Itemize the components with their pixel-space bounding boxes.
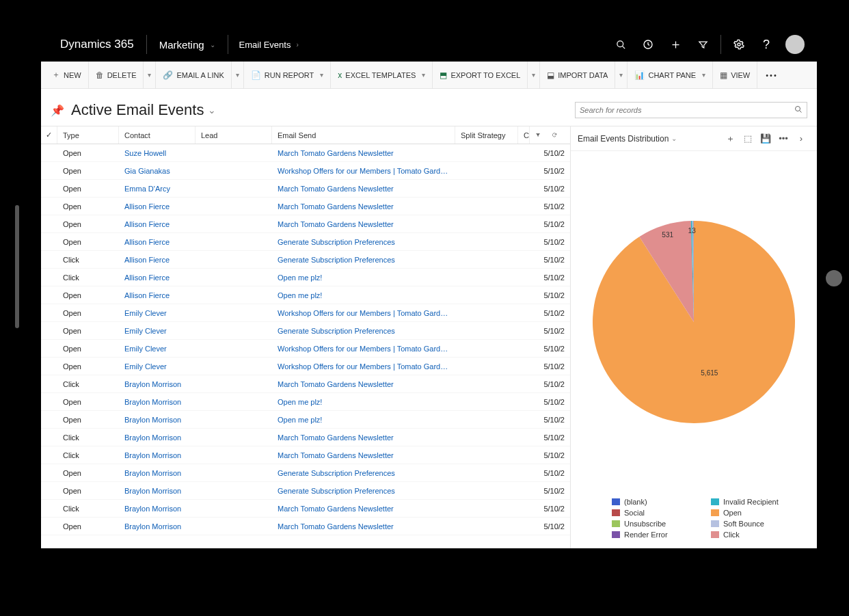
legend-item[interactable]: Open: [711, 509, 796, 517]
product-logo[interactable]: Dynamics 365: [48, 38, 146, 51]
cell-email-send[interactable]: Generate Subscription Preferences: [272, 256, 455, 264]
col-c[interactable]: C: [518, 126, 530, 144]
legend-item[interactable]: Unsubscribe: [612, 520, 697, 528]
cell-contact[interactable]: Emily Clever: [119, 362, 196, 371]
breadcrumb[interactable]: Email Events ›: [228, 40, 310, 50]
cell-email-send[interactable]: Generate Subscription Preferences: [272, 487, 455, 495]
legend-item[interactable]: Click: [711, 531, 796, 539]
col-type[interactable]: Type: [57, 126, 119, 144]
cell-contact[interactable]: Braylon Morrison: [119, 522, 196, 531]
cell-email-send[interactable]: March Tomato Gardens Newsletter: [272, 433, 455, 442]
cell-email-send[interactable]: March Tomato Gardens Newsletter: [272, 149, 455, 157]
chart-title-selector[interactable]: Email Events Distribution ⌄: [578, 134, 721, 144]
cell-email-send[interactable]: Generate Subscription Preferences: [272, 469, 455, 477]
cell-email-send[interactable]: Open me plz!: [272, 398, 455, 406]
filter-icon[interactable]: [530, 126, 546, 144]
view-button[interactable]: ▦VIEW: [713, 62, 757, 88]
refresh-icon[interactable]: [546, 126, 563, 144]
pin-icon[interactable]: 📌: [51, 104, 64, 117]
table-row[interactable]: OpenEmily CleverWorkshop Offers for our …: [41, 340, 570, 358]
cell-contact[interactable]: Emily Clever: [119, 309, 196, 317]
filter-icon[interactable]: [689, 31, 716, 58]
col-lead[interactable]: Lead: [196, 126, 272, 144]
col-email-send[interactable]: Email Send: [272, 126, 455, 144]
excel-templates-button[interactable]: xEXCEL TEMPLATES▾: [331, 62, 433, 88]
help-icon[interactable]: ?: [753, 31, 780, 58]
select-all[interactable]: ✓: [41, 126, 57, 144]
run-report-button[interactable]: 📄RUN REPORT▾: [244, 62, 332, 88]
table-row[interactable]: ClickBraylon MorrisonMarch Tomato Garden…: [41, 500, 570, 518]
legend-item[interactable]: Render Error: [612, 531, 697, 539]
cell-contact[interactable]: Emma D'Arcy: [119, 185, 196, 193]
cell-email-send[interactable]: March Tomato Gardens Newsletter: [272, 380, 455, 388]
cell-contact[interactable]: Allison Fierce: [119, 256, 196, 264]
save-chart-icon[interactable]: 💾: [757, 133, 774, 144]
table-row[interactable]: OpenBraylon MorrisonOpen me plz!5/10/2: [41, 411, 570, 429]
table-row[interactable]: OpenBraylon MorrisonGenerate Subscriptio…: [41, 464, 570, 482]
cell-contact[interactable]: Allison Fierce: [119, 220, 196, 228]
legend-item[interactable]: Invalid Recipient: [711, 498, 796, 506]
legend-item[interactable]: Social: [612, 509, 697, 517]
cell-contact[interactable]: Suze Howell: [119, 149, 196, 157]
collapse-chart-icon[interactable]: ›: [792, 133, 810, 144]
cell-email-send[interactable]: March Tomato Gardens Newsletter: [272, 505, 455, 513]
settings-icon[interactable]: [725, 31, 753, 58]
cell-email-send[interactable]: Workshop Offers for our Members | Tomato…: [272, 309, 455, 317]
table-row[interactable]: OpenAllison FierceMarch Tomato Gardens N…: [41, 198, 570, 215]
search-icon[interactable]: [794, 105, 803, 115]
table-row[interactable]: ClickAllison FierceOpen me plz!5/10/2: [41, 269, 570, 286]
cell-email-send[interactable]: Generate Subscription Preferences: [272, 238, 455, 246]
cell-contact[interactable]: Emily Clever: [119, 327, 196, 335]
col-contact[interactable]: Contact: [119, 126, 196, 144]
legend-item[interactable]: Soft Bounce: [711, 520, 796, 528]
import-data-dropdown[interactable]: ▾: [615, 62, 628, 88]
add-icon[interactable]: [662, 31, 689, 58]
cell-email-send[interactable]: Generate Subscription Preferences: [272, 327, 455, 335]
cell-email-send[interactable]: Workshop Offers for our Members | Tomato…: [272, 345, 455, 353]
table-row[interactable]: OpenBraylon MorrisonOpen me plz!5/10/2: [41, 393, 570, 411]
view-selector[interactable]: Active Email Events ⌄: [71, 101, 216, 119]
grid-body[interactable]: OpenSuze HowellMarch Tomato Gardens News…: [41, 144, 570, 548]
recent-icon[interactable]: [634, 31, 662, 58]
table-row[interactable]: OpenAllison FierceMarch Tomato Gardens N…: [41, 215, 570, 233]
cell-contact[interactable]: Braylon Morrison: [119, 487, 196, 495]
right-drag-handle[interactable]: [826, 270, 842, 286]
cell-email-send[interactable]: March Tomato Gardens Newsletter: [272, 220, 455, 228]
chart-pane-button[interactable]: 📊CHART PANE▾: [628, 62, 713, 88]
more-commands[interactable]: •••: [757, 71, 786, 79]
cell-contact[interactable]: Braylon Morrison: [119, 416, 196, 424]
email-link-dropdown[interactable]: ▾: [232, 62, 244, 88]
more-chart-icon[interactable]: •••: [774, 133, 792, 144]
cell-contact[interactable]: Braylon Morrison: [119, 469, 196, 477]
cell-contact[interactable]: Allison Fierce: [119, 273, 196, 282]
cell-contact[interactable]: Braylon Morrison: [119, 451, 196, 459]
cell-email-send[interactable]: Open me plz!: [272, 291, 455, 299]
table-row[interactable]: OpenEmily CleverGenerate Subscription Pr…: [41, 322, 570, 340]
table-row[interactable]: OpenGia GianakasWorkshop Offers for our …: [41, 162, 570, 180]
cell-contact[interactable]: Emily Clever: [119, 345, 196, 353]
left-drag-handle[interactable]: [15, 205, 19, 328]
cell-email-send[interactable]: March Tomato Gardens Newsletter: [272, 185, 455, 193]
expand-chart-icon[interactable]: ⬚: [739, 133, 757, 144]
export-excel-dropdown[interactable]: ▾: [528, 62, 540, 88]
import-data-button[interactable]: ⬓IMPORT DATA: [540, 62, 615, 88]
table-row[interactable]: OpenAllison FierceOpen me plz!5/10/2: [41, 286, 570, 304]
cell-email-send[interactable]: Workshop Offers for our Members | Tomato…: [272, 362, 455, 371]
new-button[interactable]: ＋NEW: [45, 62, 89, 88]
delete-dropdown[interactable]: ▾: [144, 62, 156, 88]
table-row[interactable]: OpenBraylon MorrisonMarch Tomato Gardens…: [41, 518, 570, 535]
table-row[interactable]: ClickBraylon MorrisonMarch Tomato Garden…: [41, 375, 570, 393]
col-split-strategy[interactable]: Split Strategy: [455, 126, 518, 144]
pie-chart[interactable]: 5,61553113: [588, 216, 800, 428]
cell-contact[interactable]: Allison Fierce: [119, 291, 196, 299]
cell-email-send[interactable]: Open me plz!: [272, 416, 455, 424]
search-input[interactable]: [580, 106, 794, 114]
cell-contact[interactable]: Braylon Morrison: [119, 505, 196, 513]
cell-contact[interactable]: Braylon Morrison: [119, 380, 196, 388]
cell-email-send[interactable]: Workshop Offers for our Members | Tomato…: [272, 167, 455, 175]
table-row[interactable]: OpenEmma D'ArcyMarch Tomato Gardens News…: [41, 180, 570, 198]
table-row[interactable]: OpenEmily CleverWorkshop Offers for our …: [41, 358, 570, 375]
cell-contact[interactable]: Allison Fierce: [119, 202, 196, 211]
table-row[interactable]: ClickAllison FierceGenerate Subscription…: [41, 251, 570, 269]
module-switcher[interactable]: Marketing ⌄: [147, 39, 228, 51]
